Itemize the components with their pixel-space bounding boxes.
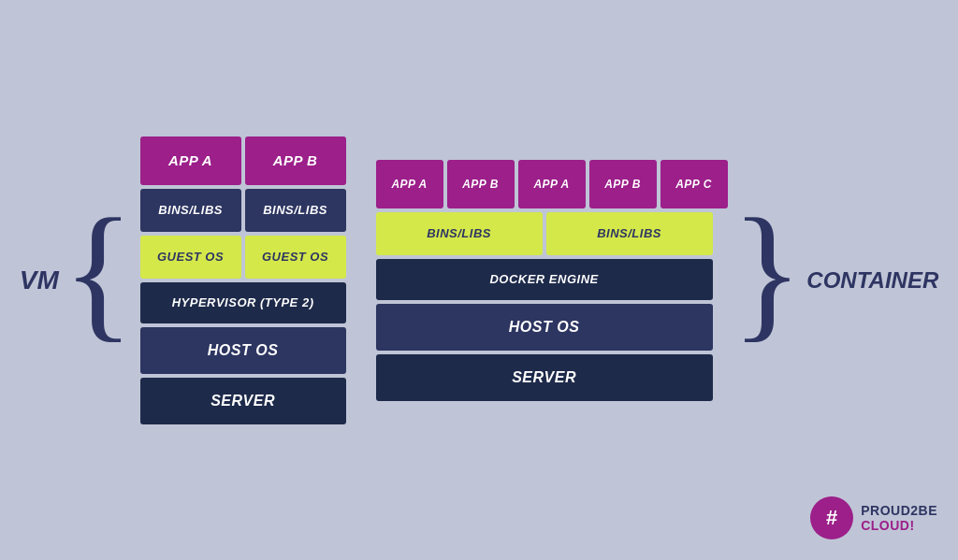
logo-line2: CLOUD! <box>861 518 937 533</box>
cont-app-a1: APP A <box>376 160 443 208</box>
vm-bins-row: BINS/LIBS BINS/LIBS <box>140 189 346 232</box>
logo-text: PROUD2BE CLOUD! <box>861 503 937 533</box>
vm-label: VM <box>20 266 59 295</box>
vm-bins-libs-2: BINS/LIBS <box>245 189 346 232</box>
container-apps-row: APP A APP B APP A APP B APP C <box>376 160 728 208</box>
cont-app-b2: APP B <box>589 160 657 208</box>
vm-guest-os-2: GUEST OS <box>245 236 346 279</box>
container-section: APP A APP B APP A APP B APP C BINS/LIBS … <box>376 160 939 401</box>
diagram-container: VM { APP A APP B BINS/LIBS BINS/LIBS GUE… <box>0 127 958 434</box>
container-server: SERVER <box>376 354 713 401</box>
vm-apps-row: APP A APP B <box>140 136 346 185</box>
vm-app-a: APP A <box>140 136 241 185</box>
cont-app-c: APP C <box>660 160 728 208</box>
cont-bins-2: BINS/LIBS <box>546 212 713 255</box>
container-label-area: } CONTAINER <box>732 219 939 342</box>
vm-hostos: HOST OS <box>140 327 346 374</box>
vm-hypervisor: HYPERVISOR (TYPE 2) <box>140 282 346 323</box>
vm-guestos-row: GUEST OS GUEST OS <box>140 236 346 279</box>
vm-section: VM { APP A APP B BINS/LIBS BINS/LIBS GUE… <box>20 136 346 424</box>
vm-server: SERVER <box>140 378 346 424</box>
container-label: CONTAINER <box>806 267 938 294</box>
vm-guest-os-1: GUEST OS <box>140 236 241 279</box>
vm-grid: APP A APP B BINS/LIBS BINS/LIBS GUEST OS… <box>140 136 346 424</box>
container-grid: APP A APP B APP A APP B APP C BINS/LIBS … <box>376 160 728 401</box>
cont-app-a2: APP A <box>518 160 586 208</box>
cont-bins-1: BINS/LIBS <box>376 212 543 255</box>
logo: # PROUD2BE CLOUD! <box>810 496 937 539</box>
vm-app-b: APP B <box>245 136 346 185</box>
container-brace-right: } <box>732 200 804 342</box>
cont-app-b1: APP B <box>447 160 515 208</box>
container-docker: DOCKER ENGINE <box>376 259 713 300</box>
vm-label-area: VM { <box>20 219 135 342</box>
container-hostos: HOST OS <box>376 304 713 351</box>
vm-brace-left: { <box>63 200 135 342</box>
logo-circle: # <box>810 496 853 539</box>
logo-line1: PROUD2BE <box>861 503 937 518</box>
vm-bins-libs-1: BINS/LIBS <box>140 189 241 232</box>
container-bins-row: BINS/LIBS BINS/LIBS <box>376 212 728 255</box>
